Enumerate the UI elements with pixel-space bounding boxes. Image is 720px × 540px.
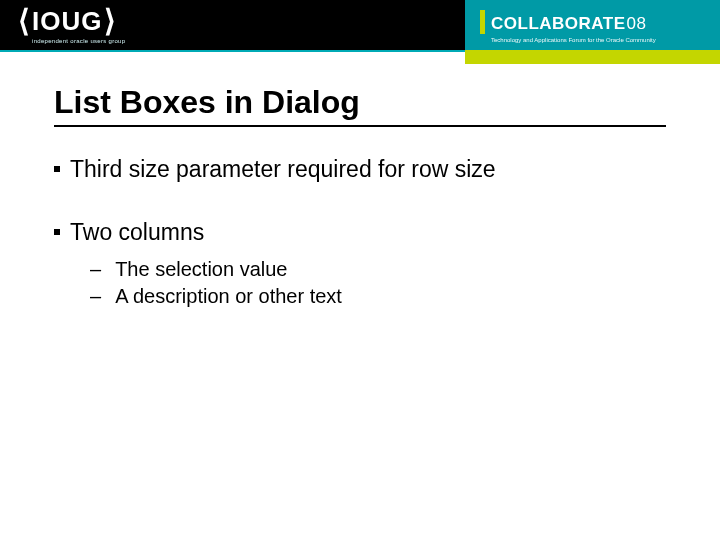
collaborate-logo-subtitle: Technology and Applications Forum for th… <box>491 37 710 43</box>
ioug-logo: ⟨ IOUG ⟩ independent oracle users group <box>18 6 125 44</box>
collaborate-logo: COLLABORATE08 Technology and Application… <box>480 10 710 43</box>
list-item: Third size parameter required for row si… <box>54 155 666 184</box>
slide: ⟨ IOUG ⟩ independent oracle users group … <box>0 0 720 540</box>
slide-content: List Boxes in Dialog Third size paramete… <box>54 84 666 311</box>
dash-icon: – <box>90 284 101 309</box>
header-green-strip <box>465 50 720 64</box>
bullet-icon <box>54 166 60 172</box>
collaborate-logo-word: COLLABORATE <box>491 14 626 33</box>
subitem-text: The selection value <box>115 257 287 282</box>
bullet-list: Third size parameter required for row si… <box>54 155 666 309</box>
title-underline <box>54 125 666 127</box>
dash-icon: – <box>90 257 101 282</box>
bullet-icon <box>54 229 60 235</box>
collaborate-logo-year: 08 <box>627 14 647 33</box>
list-item: Two columns <box>54 218 666 247</box>
bullet-text: Third size parameter required for row si… <box>70 155 496 184</box>
chevron-left-icon: ⟨ <box>18 6 30 36</box>
collaborate-bar-icon <box>480 10 485 34</box>
header-cyan-line <box>0 50 465 52</box>
list-subitem: – The selection value <box>90 257 666 282</box>
list-subitem: – A description or other text <box>90 284 666 309</box>
slide-title: List Boxes in Dialog <box>54 84 666 121</box>
subitem-text: A description or other text <box>115 284 342 309</box>
chevron-right-icon: ⟩ <box>104 6 116 36</box>
slide-header: ⟨ IOUG ⟩ independent oracle users group … <box>0 0 720 64</box>
bullet-text: Two columns <box>70 218 204 247</box>
ioug-logo-text: IOUG <box>32 8 102 34</box>
collaborate-logo-text: COLLABORATE08 <box>491 14 646 34</box>
ioug-logo-subtitle: independent oracle users group <box>32 38 125 44</box>
